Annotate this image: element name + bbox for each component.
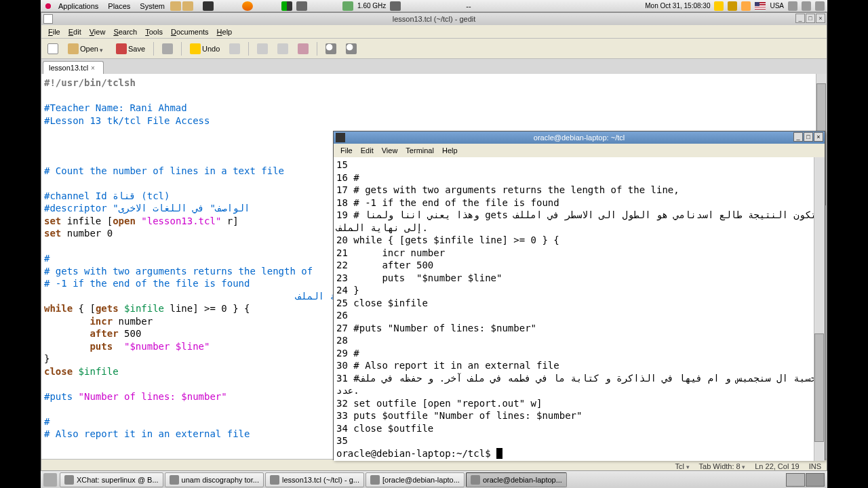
- workspace-1[interactable]: [786, 473, 805, 487]
- menu-edit[interactable]: Edit: [64, 26, 85, 37]
- task-button[interactable]: [oracle@debian-lapto...: [366, 472, 465, 487]
- open-button[interactable]: Open: [64, 41, 110, 56]
- terminal-app-icon: [336, 133, 345, 142]
- paste-button[interactable]: [294, 41, 312, 56]
- task-icon: [64, 475, 74, 485]
- sun-icon[interactable]: [714, 1, 724, 11]
- term-menu-terminal[interactable]: Terminal: [401, 145, 438, 156]
- system-monitor-icon[interactable]: [281, 1, 292, 11]
- folder-open-icon: [68, 43, 79, 54]
- task-icon: [370, 475, 380, 485]
- sensor-icon[interactable]: [296, 1, 307, 11]
- task-button[interactable]: XChat: superlinux @ B...: [60, 472, 163, 487]
- terminal-window: oracle@debian-laptop: ~/tcl _ □ × File E…: [333, 131, 825, 460]
- term-maximize-button[interactable]: □: [804, 132, 813, 142]
- gedit-app-icon: [43, 14, 53, 24]
- terminal-titlebar[interactable]: oracle@debian-laptop: ~/tcl _ □ ×: [334, 131, 825, 144]
- replace-icon: [346, 43, 357, 54]
- update-icon[interactable]: [741, 1, 751, 11]
- tab-bar: lesson13.tcl ×: [41, 59, 827, 74]
- save-button[interactable]: Save: [113, 41, 149, 56]
- find-button[interactable]: [322, 41, 340, 56]
- paste-icon: [298, 43, 309, 54]
- find-replace-button[interactable]: [342, 41, 360, 56]
- cut-button[interactable]: [254, 41, 271, 56]
- menu-file[interactable]: File: [44, 26, 64, 37]
- cpu-freq: 1.60 GHz: [357, 2, 386, 9]
- term-menu-edit[interactable]: Edit: [357, 145, 378, 156]
- menu-help[interactable]: Help: [213, 26, 237, 37]
- redo-button[interactable]: [226, 41, 243, 56]
- cut-icon: [257, 43, 268, 54]
- top-panel: Applications Places System 1.60 GHz -- M…: [41, 0, 827, 12]
- copy-button[interactable]: [274, 41, 292, 56]
- volume-icon[interactable]: [815, 1, 825, 11]
- keyboard-layout-label: USA: [770, 2, 784, 9]
- gedit-toolbar: Open Save Undo: [41, 39, 827, 59]
- print-button[interactable]: [159, 41, 176, 56]
- redo-icon: [229, 43, 240, 54]
- task-button[interactable]: oracle@debian-laptop...: [466, 472, 567, 487]
- tab-close-icon[interactable]: ×: [91, 64, 98, 71]
- term-menu-view[interactable]: View: [378, 145, 402, 156]
- terminal-content[interactable]: 15 16 # 17 # gets with two arguments ret…: [334, 157, 825, 461]
- show-desktop-icon[interactable]: [43, 473, 57, 487]
- workspace-2[interactable]: [806, 473, 825, 487]
- save-icon: [116, 43, 127, 54]
- firefox-icon[interactable]: [242, 1, 253, 11]
- task-button[interactable]: lesson13.tcl (~/tcl) - g...: [265, 472, 364, 487]
- taskbar: XChat: superlinux @ B...unam discography…: [60, 472, 568, 487]
- copy-icon: [277, 43, 288, 54]
- bottom-panel: XChat: superlinux @ B...unam discography…: [41, 470, 827, 488]
- tab-lesson13[interactable]: lesson13.tcl ×: [43, 61, 104, 74]
- keyboard-layout-flag[interactable]: [755, 2, 766, 9]
- gedit-menubar: File Edit View Search Tools Documents He…: [41, 25, 827, 39]
- gedit-title-text: lesson13.tcl (~/tcl) - gedit: [393, 15, 476, 23]
- maximize-button[interactable]: □: [806, 14, 815, 23]
- menu-documents[interactable]: Documents: [167, 26, 213, 37]
- menu-view[interactable]: View: [85, 26, 110, 37]
- debian-icon[interactable]: [43, 1, 53, 11]
- terminal-body[interactable]: 15 16 # 17 # gets with two arguments ret…: [334, 157, 825, 461]
- search-icon: [326, 43, 336, 54]
- undo-button[interactable]: Undo: [186, 41, 223, 56]
- workspace-switcher[interactable]: [785, 473, 825, 487]
- system-menu[interactable]: System: [136, 1, 169, 12]
- close-button[interactable]: ×: [816, 14, 825, 23]
- status-language[interactable]: Tcl: [675, 462, 690, 470]
- task-icon: [270, 475, 279, 485]
- places-menu[interactable]: Places: [104, 1, 134, 12]
- task-button[interactable]: unam discography tor...: [165, 472, 264, 487]
- menu-tools[interactable]: Tools: [141, 26, 167, 37]
- gear-icon[interactable]: [728, 1, 737, 11]
- status-ins[interactable]: INS: [809, 462, 821, 470]
- print-icon: [162, 43, 173, 54]
- gedit-titlebar[interactable]: lesson13.tcl (~/tcl) - gedit _ □ ×: [41, 13, 827, 25]
- minimize-button[interactable]: _: [795, 14, 805, 23]
- cpu-icon[interactable]: [342, 1, 353, 11]
- new-file-icon: [47, 43, 58, 54]
- network-icon[interactable]: [390, 1, 401, 11]
- separator-text: --: [466, 2, 471, 10]
- status-tabwidth[interactable]: Tab Width: 8: [699, 462, 746, 470]
- indicator1-icon[interactable]: [788, 1, 797, 11]
- terminal-scrollbar[interactable]: [814, 157, 825, 461]
- term-close-button[interactable]: ×: [814, 132, 823, 142]
- apps-menu[interactable]: Applications: [54, 1, 102, 12]
- status-position: Ln 22, Col 19: [755, 462, 799, 470]
- term-minimize-button[interactable]: _: [793, 132, 803, 142]
- terminal-launcher-icon[interactable]: [203, 1, 214, 11]
- clock[interactable]: Mon Oct 31, 15:08:30: [645, 2, 710, 9]
- menu-search[interactable]: Search: [109, 26, 141, 37]
- term-menu-file[interactable]: File: [336, 145, 357, 156]
- terminal-menubar: File Edit View Terminal Help: [334, 144, 825, 157]
- task-icon: [170, 475, 179, 485]
- indicator2-icon[interactable]: [802, 1, 811, 11]
- home2-icon[interactable]: [182, 1, 193, 11]
- term-menu-help[interactable]: Help: [438, 145, 462, 156]
- tab-label: lesson13.tcl: [49, 64, 88, 72]
- new-button[interactable]: [44, 41, 62, 56]
- home-icon[interactable]: [170, 1, 181, 11]
- task-icon: [471, 475, 480, 485]
- undo-icon: [190, 43, 201, 54]
